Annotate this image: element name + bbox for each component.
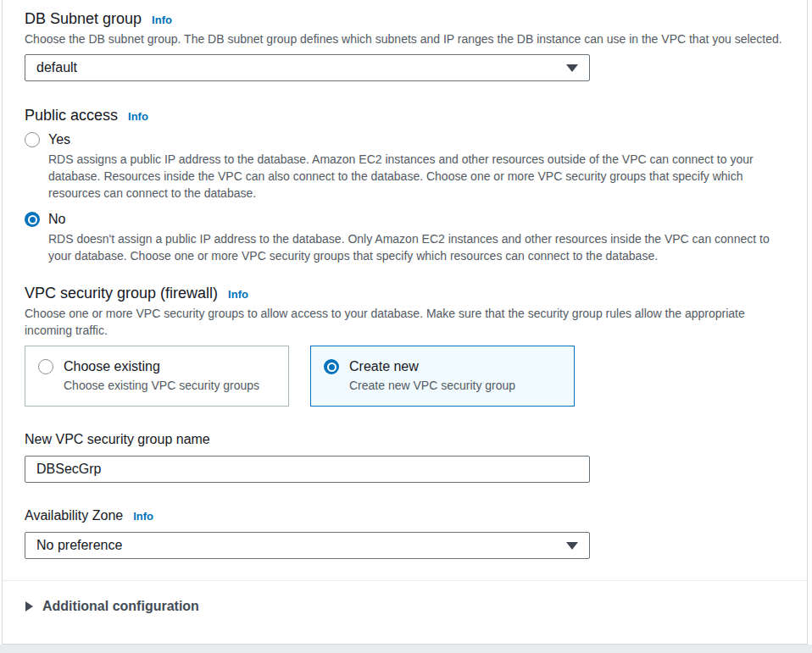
- public-access-yes-option[interactable]: Yes: [25, 130, 787, 149]
- public-access-heading: Public access: [25, 105, 118, 125]
- page-background-strip: [0, 645, 812, 653]
- form-panel: DB Subnet group Info Choose the DB subne…: [2, 0, 808, 645]
- public-access-yes-label: Yes: [48, 130, 70, 149]
- chevron-down-icon: [566, 64, 578, 72]
- db-subnet-group-description: Choose the DB subnet group. The DB subne…: [25, 30, 787, 47]
- db-subnet-group-section: DB Subnet group Info Choose the DB subne…: [25, 8, 787, 81]
- availability-zone-label: Availability Zone: [25, 506, 123, 525]
- create-new-title: Create new: [349, 357, 515, 376]
- availability-zone-select[interactable]: No preference: [25, 532, 590, 559]
- form-content: DB Subnet group Info Choose the DB subne…: [3, 0, 807, 559]
- db-subnet-group-selected-value: default: [36, 60, 77, 75]
- vpc-security-group-info-link[interactable]: Info: [228, 288, 248, 301]
- db-subnet-group-info-link[interactable]: Info: [152, 14, 172, 26]
- availability-zone-selected-value: No preference: [36, 538, 122, 553]
- db-subnet-group-select[interactable]: default: [25, 54, 590, 81]
- choose-existing-title: Choose existing: [64, 357, 259, 376]
- db-subnet-group-heading: DB Subnet group: [25, 8, 142, 29]
- create-new-subtitle: Create new VPC security group: [349, 377, 515, 394]
- public-access-no-description: RDS doesn't assign a public IP address t…: [48, 230, 787, 264]
- create-new-tile[interactable]: Create new Create new VPC security group: [310, 346, 575, 407]
- triangle-right-icon: [25, 601, 33, 611]
- create-new-radio[interactable]: [324, 359, 339, 374]
- public-access-info-link[interactable]: Info: [128, 110, 148, 123]
- availability-zone-info-link[interactable]: Info: [133, 510, 153, 523]
- availability-zone-section: Availability Zone Info No preference: [25, 506, 787, 559]
- additional-configuration-expander[interactable]: Additional configuration: [3, 581, 807, 614]
- vpc-security-group-tiles: Choose existing Choose existing VPC secu…: [25, 346, 787, 407]
- vpc-security-group-section: VPC security group (firewall) Info Choos…: [25, 283, 787, 407]
- public-access-no-radio[interactable]: [25, 212, 40, 227]
- public-access-section: Public access Info Yes RDS assigns a pub…: [25, 105, 787, 264]
- new-sg-name-input[interactable]: [25, 456, 590, 483]
- choose-existing-radio[interactable]: [38, 359, 53, 374]
- public-access-yes-radio[interactable]: [25, 132, 40, 147]
- vpc-security-group-heading: VPC security group (firewall): [25, 283, 218, 303]
- new-sg-name-section: New VPC security group name: [25, 430, 787, 483]
- additional-configuration-label: Additional configuration: [42, 599, 199, 614]
- vpc-security-group-description: Choose one or more VPC security groups t…: [25, 305, 787, 339]
- public-access-yes-description: RDS assigns a public IP address to the d…: [48, 151, 787, 202]
- public-access-no-option[interactable]: No: [25, 210, 787, 229]
- choose-existing-tile[interactable]: Choose existing Choose existing VPC secu…: [25, 346, 289, 407]
- choose-existing-subtitle: Choose existing VPC security groups: [64, 377, 259, 394]
- chevron-down-icon: [566, 542, 578, 550]
- public-access-no-label: No: [48, 210, 65, 229]
- new-sg-name-label: New VPC security group name: [25, 430, 787, 449]
